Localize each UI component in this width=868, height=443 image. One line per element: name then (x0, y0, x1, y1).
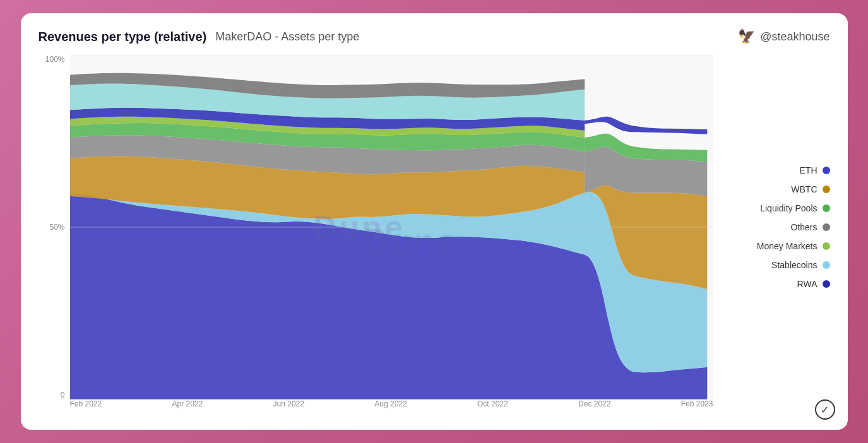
x-label-dec22: Dec 2022 (578, 399, 610, 417)
x-label-jun22: Jun 2022 (273, 399, 304, 417)
chart-and-x: Dune (70, 55, 713, 417)
legend-item-wbtc: WBTC (726, 184, 830, 194)
legend-item-money-markets: Money Markets (726, 241, 830, 251)
chart-svg: Dune (70, 55, 713, 399)
chart-title: Revenues per type (relative) (39, 30, 207, 44)
y-label-100: 100% (45, 55, 65, 64)
legend-dot (823, 261, 830, 269)
y-axis: 100% 50% 0 (39, 55, 70, 417)
legend-label: Others (790, 222, 817, 232)
x-axis: Feb 2022 Apr 2022 Jun 2022 Aug 2022 Oct … (70, 399, 713, 417)
main-card: Revenues per type (relative) MakerDAO - … (21, 13, 848, 430)
legend-label: Money Markets (757, 241, 817, 251)
chart-container: 100% 50% 0 Dune (39, 55, 713, 417)
legend-label: Stablecoins (771, 260, 817, 270)
x-label-apr22: Apr 2022 (172, 399, 203, 417)
legend-item-rwa: RWA (726, 279, 830, 289)
y-label-50: 50% (49, 223, 64, 232)
legend: ETH WBTC Liquidity Pools Others Money Ma… (713, 55, 830, 417)
legend-label: Liquidity Pools (760, 203, 817, 213)
legend-dot (823, 167, 830, 174)
chart-svg-wrapper: Dune (70, 55, 713, 399)
legend-label: ETH (800, 165, 817, 175)
brand-icon: 🦅 (738, 28, 755, 45)
legend-item-others: Others (726, 222, 830, 232)
chart-subtitle: MakerDAO - Assets per type (215, 30, 359, 44)
legend-dot (823, 280, 830, 288)
legend-dot (823, 204, 830, 212)
brand-name: @steakhouse (760, 30, 829, 44)
legend-label: RWA (797, 279, 817, 289)
header-left: Revenues per type (relative) MakerDAO - … (39, 30, 360, 44)
legend-dot (823, 223, 830, 231)
x-label-feb22: Feb 2022 (70, 399, 102, 417)
legend-dot (823, 242, 830, 250)
legend-item-eth: ETH (726, 165, 830, 175)
legend-item-stablecoins: Stablecoins (726, 260, 830, 270)
x-label-aug22: Aug 2022 (374, 399, 407, 417)
legend-item-liquidity-pools: Liquidity Pools (726, 203, 830, 213)
legend-dot (823, 186, 830, 193)
chart-header: Revenues per type (relative) MakerDAO - … (39, 28, 830, 45)
legend-label: WBTC (791, 184, 817, 194)
x-label-feb23: Feb 2023 (681, 399, 713, 417)
x-label-oct22: Oct 2022 (477, 399, 508, 417)
header-right: 🦅 @steakhouse (738, 28, 829, 45)
check-badge: ✓ (815, 399, 835, 420)
chart-area: 100% 50% 0 Dune (39, 55, 830, 417)
y-label-0: 0 (61, 391, 65, 399)
